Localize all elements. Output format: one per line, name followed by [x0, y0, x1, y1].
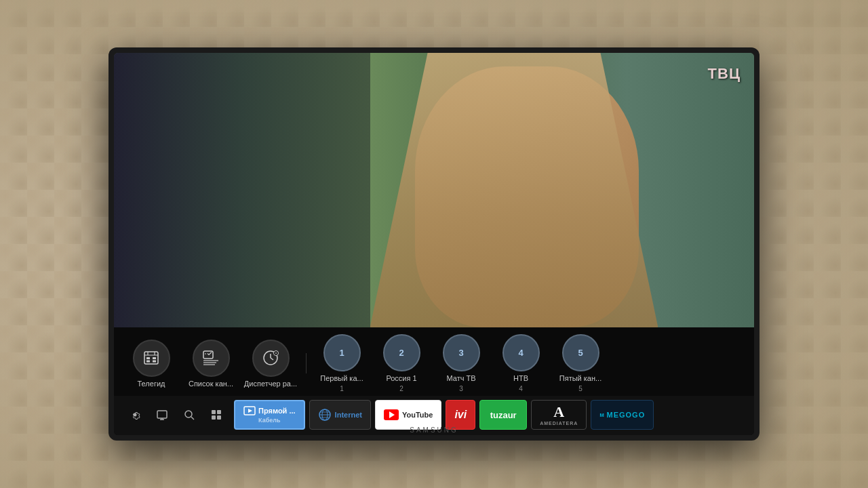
amediatera-label: AMEDIATERA — [540, 421, 578, 426]
tv-frame: ТВЦ — [108, 47, 760, 441]
smart-bar: Телегид Список кан... — [114, 327, 754, 435]
live-tv-icon: Прямой ... — [243, 406, 296, 415]
menu-item-dispatcher[interactable]: Диспетчер ра... — [243, 340, 298, 388]
svg-rect-25 — [217, 410, 221, 414]
channel-2-num: 2 — [399, 385, 403, 392]
separator-1 — [306, 353, 307, 373]
tv-screen: ТВЦ — [114, 53, 754, 435]
channel-5-circle: 5 — [562, 334, 599, 371]
settings-icons — [124, 404, 227, 426]
svg-rect-26 — [212, 415, 216, 420]
svg-rect-5 — [146, 361, 150, 363]
megogo-label: MEGOGO — [607, 411, 646, 419]
source-icon[interactable] — [151, 404, 173, 426]
app-live-tv[interactable]: Прямой ... Кабель — [234, 400, 305, 430]
channel-2-circle: 2 — [383, 334, 420, 371]
svg-rect-7 — [153, 361, 156, 363]
channel-watermark: ТВЦ — [708, 65, 741, 83]
channel-4-circle: 4 — [502, 334, 540, 371]
channel-rossiya1[interactable]: 2 Россия 1 2 — [374, 334, 429, 392]
channel-2-label: Россия 1 — [386, 374, 416, 382]
channel-5-label: Пятый кан... — [559, 374, 601, 382]
svg-rect-27 — [217, 415, 221, 420]
channel-1-num: 1 — [340, 385, 344, 392]
video-area: ТВЦ — [114, 53, 754, 327]
search-icon[interactable] — [178, 404, 200, 426]
channel-match-tv[interactable]: 3 Матч ТВ 3 — [434, 334, 488, 392]
gear-icon[interactable] — [124, 404, 146, 426]
app-amediatera[interactable]: А AMEDIATERA — [531, 400, 587, 430]
app-megogo[interactable]: м MEGOGO — [591, 400, 654, 430]
app-ivi[interactable]: ivi — [446, 400, 475, 430]
internet-label: Internet — [335, 411, 362, 419]
svg-rect-24 — [212, 410, 216, 414]
live-tv-sublabel: Кабель — [258, 417, 280, 424]
grid-icon[interactable] — [205, 404, 227, 426]
live-tv-label: Прямой ... — [258, 407, 296, 415]
menu-item-channels-list[interactable]: Список кан... — [184, 340, 238, 388]
channel-perviy[interactable]: 1 Первый ка... 1 — [315, 334, 369, 392]
channel-4-num: 4 — [519, 385, 523, 392]
ivi-label: ivi — [454, 409, 467, 421]
channel-3-circle: 3 — [443, 334, 480, 371]
clock-icon-circle — [252, 340, 290, 377]
svg-rect-6 — [153, 357, 156, 359]
youtube-label: YouTube — [402, 411, 433, 419]
guide-icon-circle — [133, 340, 170, 377]
app-tuzaur[interactable]: tuzaur — [479, 400, 527, 430]
channel-ntv[interactable]: 4 НТВ 4 — [494, 334, 548, 392]
channels-row: Телегид Список кан... — [114, 327, 754, 396]
menu-label-channels-list: Список кан... — [189, 380, 233, 388]
svg-rect-4 — [146, 357, 150, 359]
menu-label-teleguide: Телегид — [138, 380, 165, 388]
app-internet[interactable]: Internet — [309, 400, 371, 430]
megogo-logo: м MEGOGO — [599, 411, 645, 419]
channel-3-num: 3 — [459, 385, 463, 392]
channel-5-num: 5 — [578, 385, 583, 392]
svg-point-22 — [185, 411, 192, 418]
channel-1-label: Первый ка... — [320, 374, 363, 382]
svg-line-23 — [191, 417, 194, 420]
apps-row: Прямой ... Кабель Internet — [114, 396, 754, 435]
list-icon-circle — [193, 340, 230, 377]
svg-rect-19 — [157, 411, 167, 418]
svg-marker-29 — [248, 409, 252, 413]
svg-line-15 — [271, 358, 273, 360]
tuzaur-label: tuzaur — [490, 410, 517, 420]
youtube-logo: YouTube — [384, 409, 433, 420]
channel-1-circle: 1 — [323, 334, 361, 371]
channel-pyatiy[interactable]: 5 Пятый кан... 5 — [553, 334, 608, 392]
channel-4-label: НТВ — [513, 374, 528, 382]
menu-label-dispatcher: Диспетчер ра... — [244, 380, 297, 388]
menu-item-teleguide[interactable]: Телегид — [124, 340, 178, 388]
amediatera-a: А — [553, 405, 564, 420]
channel-3-label: Матч ТВ — [446, 374, 475, 382]
app-youtube[interactable]: YouTube — [375, 400, 441, 430]
internet-icon: Internet — [318, 408, 362, 422]
